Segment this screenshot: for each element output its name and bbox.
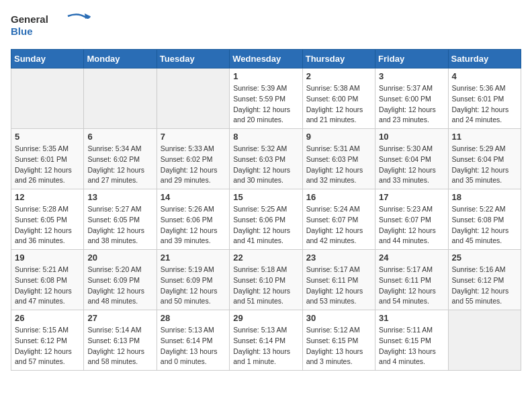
day-info: Sunrise: 5:21 AMSunset: 6:08 PMDaylight:… <box>15 265 80 307</box>
calendar-cell: 18Sunrise: 5:22 AMSunset: 6:08 PMDayligh… <box>448 189 521 250</box>
calendar-cell: 10Sunrise: 5:30 AMSunset: 6:04 PMDayligh… <box>375 129 448 189</box>
calendar-cell: 4Sunrise: 5:36 AMSunset: 6:01 PMDaylight… <box>448 68 521 129</box>
calendar-cell: 23Sunrise: 5:17 AMSunset: 6:11 PMDayligh… <box>302 250 375 310</box>
calendar-cell: 2Sunrise: 5:38 AMSunset: 6:00 PMDaylight… <box>302 68 375 129</box>
day-info: Sunrise: 5:39 AMSunset: 5:59 PMDaylight:… <box>233 83 298 126</box>
day-info: Sunrise: 5:36 AMSunset: 6:01 PMDaylight:… <box>452 83 517 126</box>
day-info: Sunrise: 5:26 AMSunset: 6:06 PMDaylight:… <box>161 204 226 246</box>
day-number: 26 <box>15 313 80 323</box>
day-number: 31 <box>379 313 444 323</box>
calendar-cell <box>448 310 521 371</box>
day-number: 5 <box>15 132 80 142</box>
day-info: Sunrise: 5:33 AMSunset: 6:02 PMDaylight:… <box>161 144 226 186</box>
day-number: 28 <box>161 313 226 323</box>
calendar-cell: 28Sunrise: 5:13 AMSunset: 6:14 PMDayligh… <box>157 310 229 371</box>
day-info: Sunrise: 5:20 AMSunset: 6:09 PMDaylight:… <box>87 265 152 307</box>
calendar-cell: 5Sunrise: 5:35 AMSunset: 6:01 PMDaylight… <box>11 129 84 189</box>
calendar-cell: 9Sunrise: 5:31 AMSunset: 6:03 PMDaylight… <box>302 129 375 189</box>
day-number: 11 <box>452 132 517 142</box>
day-number: 17 <box>379 192 444 202</box>
calendar-week-2: 5Sunrise: 5:35 AMSunset: 6:01 PMDaylight… <box>11 129 521 189</box>
day-number: 30 <box>306 313 371 323</box>
calendar-week-3: 12Sunrise: 5:28 AMSunset: 6:05 PMDayligh… <box>11 189 521 250</box>
day-info: Sunrise: 5:17 AMSunset: 6:11 PMDaylight:… <box>379 265 444 307</box>
day-number: 3 <box>379 71 444 81</box>
header-saturday: Saturday <box>448 50 521 68</box>
day-info: Sunrise: 5:34 AMSunset: 6:02 PMDaylight:… <box>87 144 152 186</box>
calendar-cell <box>84 68 157 129</box>
day-info: Sunrise: 5:16 AMSunset: 6:12 PMDaylight:… <box>452 265 517 307</box>
day-number: 6 <box>87 132 152 142</box>
header-monday: Monday <box>84 50 157 68</box>
day-number: 9 <box>306 132 371 142</box>
day-info: Sunrise: 5:23 AMSunset: 6:07 PMDaylight:… <box>379 204 444 246</box>
calendar-cell: 8Sunrise: 5:32 AMSunset: 6:03 PMDaylight… <box>230 129 302 189</box>
day-info: Sunrise: 5:25 AMSunset: 6:06 PMDaylight:… <box>233 204 298 246</box>
day-number: 19 <box>15 253 80 263</box>
calendar-cell: 31Sunrise: 5:11 AMSunset: 6:15 PMDayligh… <box>375 310 448 371</box>
calendar-cell: 13Sunrise: 5:27 AMSunset: 6:05 PMDayligh… <box>84 189 157 250</box>
day-info: Sunrise: 5:32 AMSunset: 6:03 PMDaylight:… <box>233 144 298 186</box>
logo: General Blue <box>11 11 91 41</box>
calendar-week-5: 26Sunrise: 5:15 AMSunset: 6:12 PMDayligh… <box>11 310 521 371</box>
calendar-cell: 11Sunrise: 5:29 AMSunset: 6:04 PMDayligh… <box>448 129 521 189</box>
day-number: 27 <box>87 313 152 323</box>
header-friday: Friday <box>375 50 448 68</box>
page-header: General Blue <box>11 11 521 41</box>
header-thursday: Thursday <box>302 50 375 68</box>
day-number: 7 <box>161 132 226 142</box>
day-info: Sunrise: 5:24 AMSunset: 6:07 PMDaylight:… <box>306 204 371 246</box>
calendar-cell: 30Sunrise: 5:12 AMSunset: 6:15 PMDayligh… <box>302 310 375 371</box>
calendar-cell: 14Sunrise: 5:26 AMSunset: 6:06 PMDayligh… <box>157 189 229 250</box>
header-sunday: Sunday <box>11 50 84 68</box>
day-info: Sunrise: 5:29 AMSunset: 6:04 PMDaylight:… <box>452 144 517 186</box>
day-number: 14 <box>161 192 226 202</box>
day-number: 21 <box>161 253 226 263</box>
day-info: Sunrise: 5:17 AMSunset: 6:11 PMDaylight:… <box>306 265 371 307</box>
day-info: Sunrise: 5:30 AMSunset: 6:04 PMDaylight:… <box>379 144 444 186</box>
calendar-cell: 20Sunrise: 5:20 AMSunset: 6:09 PMDayligh… <box>84 250 157 310</box>
day-info: Sunrise: 5:37 AMSunset: 6:00 PMDaylight:… <box>379 83 444 126</box>
day-number: 22 <box>233 253 298 263</box>
day-number: 1 <box>233 71 298 81</box>
calendar-cell <box>157 68 229 129</box>
calendar-table: SundayMondayTuesdayWednesdayThursdayFrid… <box>11 49 521 371</box>
day-number: 12 <box>15 192 80 202</box>
day-number: 8 <box>233 132 298 142</box>
calendar-cell: 1Sunrise: 5:39 AMSunset: 5:59 PMDaylight… <box>230 68 302 129</box>
day-info: Sunrise: 5:11 AMSunset: 6:15 PMDaylight:… <box>379 325 444 367</box>
day-info: Sunrise: 5:12 AMSunset: 6:15 PMDaylight:… <box>306 325 371 367</box>
svg-text:General: General <box>11 13 48 25</box>
calendar-header-row: SundayMondayTuesdayWednesdayThursdayFrid… <box>11 50 521 68</box>
calendar-cell: 26Sunrise: 5:15 AMSunset: 6:12 PMDayligh… <box>11 310 84 371</box>
day-info: Sunrise: 5:18 AMSunset: 6:10 PMDaylight:… <box>233 265 298 307</box>
day-number: 13 <box>87 192 152 202</box>
day-number: 23 <box>306 253 371 263</box>
day-info: Sunrise: 5:22 AMSunset: 6:08 PMDaylight:… <box>452 204 517 246</box>
calendar-cell <box>11 68 84 129</box>
calendar-cell: 29Sunrise: 5:13 AMSunset: 6:14 PMDayligh… <box>230 310 302 371</box>
logo-svg: General Blue <box>11 11 91 41</box>
day-number: 29 <box>233 313 298 323</box>
day-info: Sunrise: 5:19 AMSunset: 6:09 PMDaylight:… <box>161 265 226 307</box>
calendar-cell: 15Sunrise: 5:25 AMSunset: 6:06 PMDayligh… <box>230 189 302 250</box>
svg-text:Blue: Blue <box>11 26 33 37</box>
day-info: Sunrise: 5:28 AMSunset: 6:05 PMDaylight:… <box>15 204 80 246</box>
day-number: 20 <box>87 253 152 263</box>
day-number: 18 <box>452 192 517 202</box>
calendar-cell: 25Sunrise: 5:16 AMSunset: 6:12 PMDayligh… <box>448 250 521 310</box>
header-tuesday: Tuesday <box>157 50 229 68</box>
day-info: Sunrise: 5:38 AMSunset: 6:00 PMDaylight:… <box>306 83 371 126</box>
calendar-week-4: 19Sunrise: 5:21 AMSunset: 6:08 PMDayligh… <box>11 250 521 310</box>
day-number: 15 <box>233 192 298 202</box>
day-info: Sunrise: 5:27 AMSunset: 6:05 PMDaylight:… <box>87 204 152 246</box>
day-number: 25 <box>452 253 517 263</box>
calendar-cell: 24Sunrise: 5:17 AMSunset: 6:11 PMDayligh… <box>375 250 448 310</box>
header-wednesday: Wednesday <box>230 50 302 68</box>
day-number: 4 <box>452 71 517 81</box>
calendar-cell: 17Sunrise: 5:23 AMSunset: 6:07 PMDayligh… <box>375 189 448 250</box>
calendar-week-1: 1Sunrise: 5:39 AMSunset: 5:59 PMDaylight… <box>11 68 521 129</box>
day-number: 10 <box>379 132 444 142</box>
day-info: Sunrise: 5:13 AMSunset: 6:14 PMDaylight:… <box>161 325 226 367</box>
day-info: Sunrise: 5:15 AMSunset: 6:12 PMDaylight:… <box>15 325 80 367</box>
